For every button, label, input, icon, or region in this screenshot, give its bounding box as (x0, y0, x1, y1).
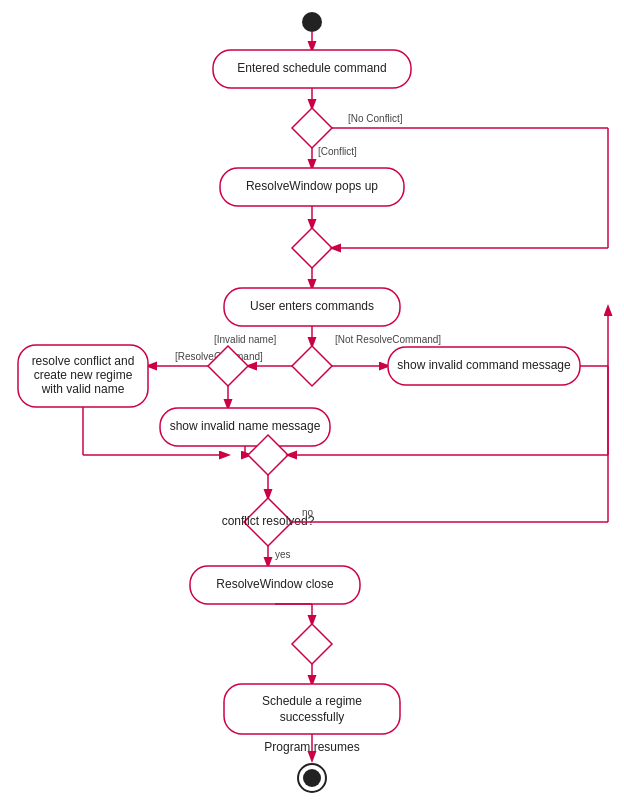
conflict-resolved-label: conflict resolved? (222, 514, 315, 528)
decision3-diamond (292, 346, 332, 386)
conflict-label: [Conflict] (318, 146, 357, 157)
schedule-success-label2: successfully (280, 710, 345, 724)
no-conflict-label: [No Conflict] (348, 113, 403, 124)
show-invalid-command-label: show invalid command message (397, 358, 571, 372)
not-resolve-command-label: [Not ResolveCommand] (335, 334, 441, 345)
show-invalid-name-label: show invalid name message (170, 419, 321, 433)
entered-schedule-label: Entered schedule command (237, 61, 386, 75)
resolve-conflict-label: resolve conflict and (32, 354, 135, 368)
decision1-diamond (292, 108, 332, 148)
no-label: no (302, 507, 314, 518)
resolve-conflict-label3: with valid name (41, 382, 125, 396)
schedule-success-node (224, 684, 400, 734)
user-enters-label: User enters commands (250, 299, 374, 313)
yes-label: yes (275, 549, 291, 560)
resolve-window-pops-label: ResolveWindow pops up (246, 179, 378, 193)
decision7-diamond (292, 624, 332, 664)
decision2-diamond (292, 228, 332, 268)
initial-state (302, 12, 322, 32)
resolve-conflict-label2: create new regime (34, 368, 133, 382)
final-state-inner (303, 769, 321, 787)
invalid-name-label: [Invalid name] (214, 334, 276, 345)
schedule-success-label: Schedule a regime (262, 694, 362, 708)
resolve-window-close-label: ResolveWindow close (216, 577, 334, 591)
